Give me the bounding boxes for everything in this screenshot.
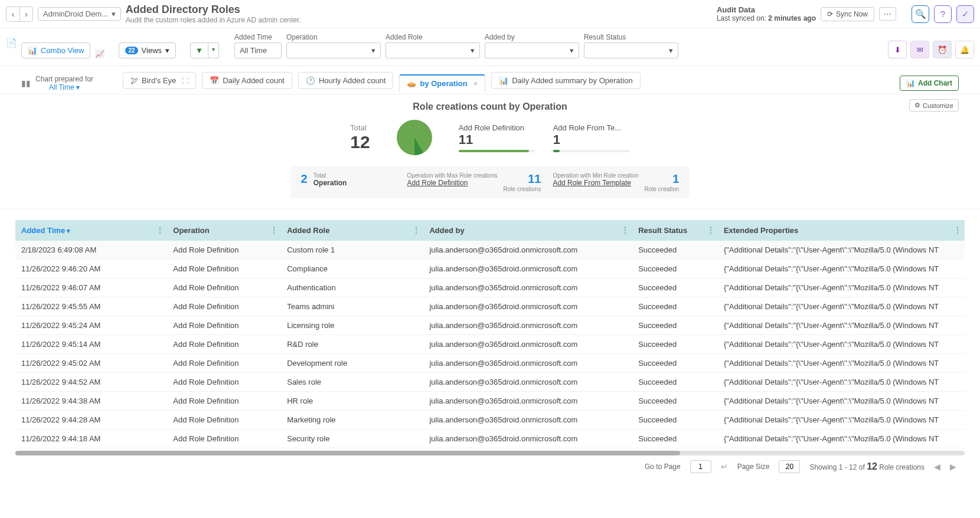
app-dropdown[interactable]: AdminDroid Dem... ▾ [38, 7, 121, 21]
table-cell: {"Additional Details":"{\"User-Agent\":\… [718, 430, 965, 448]
nav-back-button[interactable]: ‹ [6, 7, 19, 21]
table-cell: {"Additional Details":"{\"User-Agent\":\… [718, 278, 965, 297]
table-row[interactable]: 11/26/2022 9:45:55 AMAdd Role Definition… [15, 297, 965, 316]
table-row[interactable]: 11/26/2022 9:46:20 AMAdd Role Definition… [15, 260, 965, 278]
nav-forward-button[interactable]: › [19, 7, 32, 21]
table-row[interactable]: 11/26/2022 9:46:07 AMAdd Role Definition… [15, 278, 965, 297]
table-row[interactable]: 11/26/2022 9:45:14 AMAdd Role Definition… [15, 335, 965, 354]
download-icon: ⬇ [894, 45, 901, 54]
stat-min-name[interactable]: Add Role From Template [553, 179, 638, 187]
help-button[interactable]: ? [934, 5, 952, 23]
table-cell: Custom role 1 [281, 241, 423, 260]
column-menu-icon[interactable]: ⋮ [622, 226, 629, 234]
column-menu-icon[interactable]: ⋮ [413, 226, 420, 234]
table-cell: 11/26/2022 9:44:52 AM [15, 373, 167, 392]
search-button[interactable]: 🔍 [912, 5, 929, 23]
filter-added-time-select[interactable]: All Time [234, 42, 282, 58]
table-row[interactable]: 11/26/2022 9:44:52 AMAdd Role Definition… [15, 373, 965, 392]
column-menu-icon[interactable]: ⋮ [156, 226, 164, 234]
tab-daily-added-count[interactable]: 📅 Daily Added count [202, 72, 292, 89]
table-row[interactable]: 11/26/2022 9:44:38 AMAdd Role Definition… [15, 392, 965, 411]
filter-dropdown-button[interactable]: ▾ [208, 42, 219, 58]
total-label: Total [350, 123, 370, 132]
legend-item: Add Role Definition11 [459, 123, 535, 152]
page-size-input[interactable] [779, 460, 800, 473]
bar-chart-icon: 📊 [499, 76, 508, 85]
table-row[interactable]: 11/26/2022 9:45:24 AMAdd Role Definition… [15, 316, 965, 335]
table-cell: julia.anderson@o365droid.onmicrosoft.com [423, 278, 632, 297]
table-cell: Compliance [281, 260, 423, 278]
schedule-button[interactable]: ⏰ [933, 41, 952, 58]
filter-added-role-select[interactable]: ▾ [386, 42, 480, 58]
views-dropdown[interactable]: 22 Views ▾ [119, 42, 176, 58]
tab-daily-summary[interactable]: 📊 Daily Added summary by Operation [491, 72, 640, 89]
table-cell: julia.anderson@o365droid.onmicrosoft.com [423, 392, 632, 411]
table-cell: R&D role [281, 335, 423, 354]
filter-result-status-select[interactable]: ▾ [584, 42, 678, 58]
column-menu-icon[interactable]: ⋮ [707, 226, 714, 234]
add-chart-button[interactable]: 📊 Add Chart [900, 76, 959, 91]
filter-added-by-select[interactable]: ▾ [485, 42, 579, 58]
column-header[interactable]: Added Time▾⋮ [15, 220, 167, 241]
column-header[interactable]: Operation⋮ [167, 220, 281, 241]
table-row[interactable]: 11/26/2022 9:45:02 AMAdd Role Definition… [15, 354, 965, 373]
next-page-button[interactable]: ▶ [950, 462, 956, 471]
table-row[interactable]: 11/26/2022 9:44:28 AMAdd Role Definition… [15, 411, 965, 430]
table-cell: Succeeded [632, 430, 718, 448]
table-row[interactable]: 11/26/2022 9:44:18 AMAdd Role Definition… [15, 430, 965, 448]
bell-icon: 🔔 [960, 45, 969, 54]
table-cell: julia.anderson@o365droid.onmicrosoft.com [423, 373, 632, 392]
prev-page-button[interactable]: ◀ [934, 462, 940, 471]
stat-min-unit: Role creation [644, 186, 679, 192]
chevron-down-icon: ▾ [371, 46, 375, 55]
go-to-page-button[interactable]: ↵ [721, 462, 728, 471]
table-cell: 11/26/2022 9:46:07 AM [15, 278, 167, 297]
customize-chart-button[interactable]: ⚙ Customize [909, 99, 959, 112]
email-button[interactable]: ✉ [910, 41, 929, 58]
column-header[interactable]: Added by⋮ [423, 220, 632, 241]
stat-max-name[interactable]: Add Role Definition [407, 179, 498, 187]
table-cell: Add Role Definition [167, 260, 281, 278]
close-icon[interactable]: × [473, 79, 478, 88]
sync-now-button[interactable]: ⟳ Sync Now [821, 7, 874, 21]
table-cell: Succeeded [632, 241, 718, 260]
chart-mode-icon[interactable]: 📈 [95, 50, 104, 58]
synced-value: 2 minutes ago [768, 14, 816, 22]
column-header[interactable]: Extended Properties⋮ [718, 220, 965, 241]
filter-button[interactable]: ▼ [190, 42, 208, 58]
clock-icon: 🕐 [306, 76, 315, 85]
table-row[interactable]: 2/18/2023 6:49:08 AMAdd Role DefinitionC… [15, 241, 965, 260]
table-cell: {"Additional Details":"{\"User-Agent\":\… [718, 373, 965, 392]
stat-min-label: Operation with Min Role creation [553, 172, 638, 179]
sort-desc-icon: ▾ [67, 227, 70, 234]
page-input[interactable] [690, 460, 711, 473]
combo-view-icon: 📊 [28, 46, 37, 55]
expand-icon: ⛶ [182, 77, 188, 84]
check-icon: ✓ [962, 9, 969, 19]
table-cell: Succeeded [632, 373, 718, 392]
download-button[interactable]: ⬇ [888, 41, 907, 58]
tab-birds-eye[interactable]: 🕊 Bird's Eye ⛶ [123, 72, 196, 89]
chart-prepared-value[interactable]: All Time ▾ [35, 83, 93, 91]
status-button[interactable]: ✓ [956, 5, 974, 23]
combo-view-button[interactable]: 📊 Combo View [21, 42, 90, 58]
table-cell: Add Role Definition [167, 241, 281, 260]
column-menu-icon[interactable]: ⋮ [954, 226, 961, 234]
notify-button[interactable]: 🔔 [955, 41, 974, 58]
column-header[interactable]: Added Role⋮ [281, 220, 423, 241]
more-menu-button[interactable]: ⋯ [879, 7, 896, 21]
chevron-down-icon: ▾ [112, 9, 116, 18]
table-cell: Add Role Definition [167, 373, 281, 392]
table-cell: 11/26/2022 9:44:18 AM [15, 430, 167, 448]
stat-max-val: 11 [503, 172, 541, 186]
tab-hourly-added-count[interactable]: 🕐 Hourly Added count [298, 72, 393, 89]
horizontal-scrollbar[interactable] [15, 451, 965, 455]
table-cell: {"Additional Details":"{\"User-Agent\":\… [718, 411, 965, 430]
stat-total-op-bot: Operation [313, 179, 347, 187]
table-cell: {"Additional Details":"{\"User-Agent\":\… [718, 392, 965, 411]
column-header[interactable]: Result Status⋮ [632, 220, 718, 241]
column-menu-icon[interactable]: ⋮ [270, 226, 277, 234]
filter-operation-select[interactable]: ▾ [286, 42, 381, 58]
table-cell: julia.anderson@o365droid.onmicrosoft.com [423, 430, 632, 448]
tab-by-operation[interactable]: 🥧 by Operation × [399, 74, 485, 92]
